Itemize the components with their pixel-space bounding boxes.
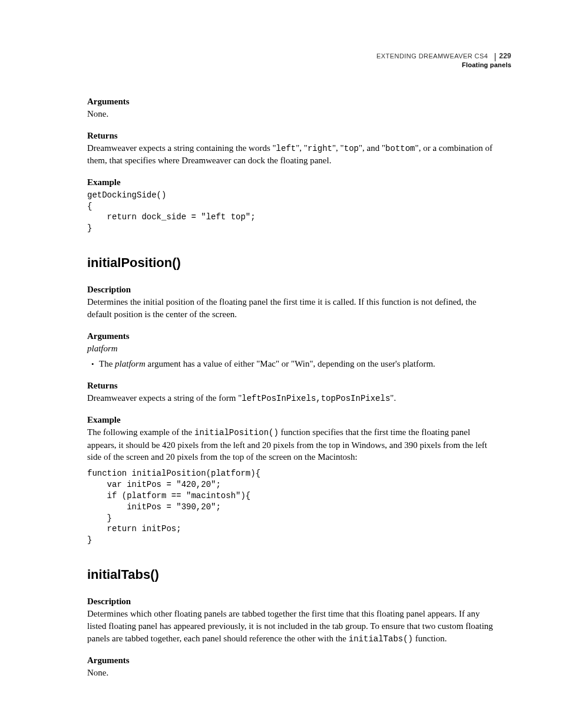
returns-heading: Returns — [87, 131, 498, 141]
returns-body: Dreamweaver expects a string of the form… — [87, 392, 498, 404]
page-number: 229 — [499, 52, 511, 60]
param-name: platform — [115, 359, 146, 368]
code-literal: initialTabs() — [349, 634, 413, 644]
arguments-list: The platform argument has a value of eit… — [87, 358, 498, 370]
running-header: EXTENDING DREAMWEAVER CS4 229 Floating p… — [376, 52, 511, 68]
code-block: getDockingSide() { return dock_side = "l… — [87, 190, 498, 235]
arguments-body: None. — [87, 108, 498, 120]
book-title: EXTENDING DREAMWEAVER CS4 — [376, 52, 488, 60]
text: The following example of the — [87, 427, 194, 437]
code-literal: left — [276, 144, 296, 153]
returns-body: Dreamweaver expects a string containing … — [87, 142, 498, 167]
text: " or " — [276, 359, 295, 368]
text: ", and " — [359, 143, 385, 153]
example-intro: The following example of the initialPosi… — [87, 426, 498, 463]
code-literal: Win — [295, 359, 309, 368]
code-literal: Mac — [260, 359, 276, 368]
text: ". — [390, 393, 396, 403]
code-literal: bottom — [385, 144, 415, 153]
content: Arguments None. Returns Dreamweaver expe… — [87, 97, 498, 679]
arguments-list-item: The platform argument has a value of eit… — [98, 358, 498, 370]
description-heading: Description — [87, 597, 498, 607]
text: function. — [413, 634, 447, 643]
code-literal: top — [344, 144, 359, 153]
text: Dreamweaver expects a string of the form… — [87, 393, 242, 403]
text: ", depending on the user's platform. — [309, 359, 435, 368]
text: ", " — [332, 143, 344, 153]
header-separator — [495, 53, 495, 61]
code-literal: leftPosInPixels,topPosInPixels — [242, 394, 390, 403]
text: Dreamweaver expects a string containing … — [87, 143, 276, 153]
chapter-title: Floating panels — [376, 61, 511, 68]
description-body: Determines the initial position of the f… — [87, 296, 498, 320]
arguments-param: platform — [87, 342, 498, 355]
text: ", " — [296, 143, 308, 153]
function-heading-initialposition: initialPosition() — [87, 255, 498, 271]
text: The — [99, 359, 115, 368]
code-block: function initialPosition(platform){ var … — [87, 468, 498, 546]
description-body: Determines which other floating panels a… — [87, 608, 498, 645]
text: argument has a value of either " — [146, 359, 260, 368]
code-literal: right — [308, 144, 332, 153]
example-heading: Example — [87, 177, 498, 187]
example-heading: Example — [87, 415, 498, 425]
arguments-heading: Arguments — [87, 97, 498, 107]
returns-heading: Returns — [87, 381, 498, 391]
function-heading-initialtabs: initialTabs() — [87, 567, 498, 582]
arguments-heading: Arguments — [87, 331, 498, 341]
header-line-1: EXTENDING DREAMWEAVER CS4 229 — [376, 52, 511, 60]
arguments-body: None. — [87, 667, 498, 679]
page: EXTENDING DREAMWEAVER CS4 229 Floating p… — [0, 0, 562, 728]
arguments-heading: Arguments — [87, 655, 498, 666]
code-literal: initialPosition() — [194, 428, 279, 437]
description-heading: Description — [87, 285, 498, 295]
